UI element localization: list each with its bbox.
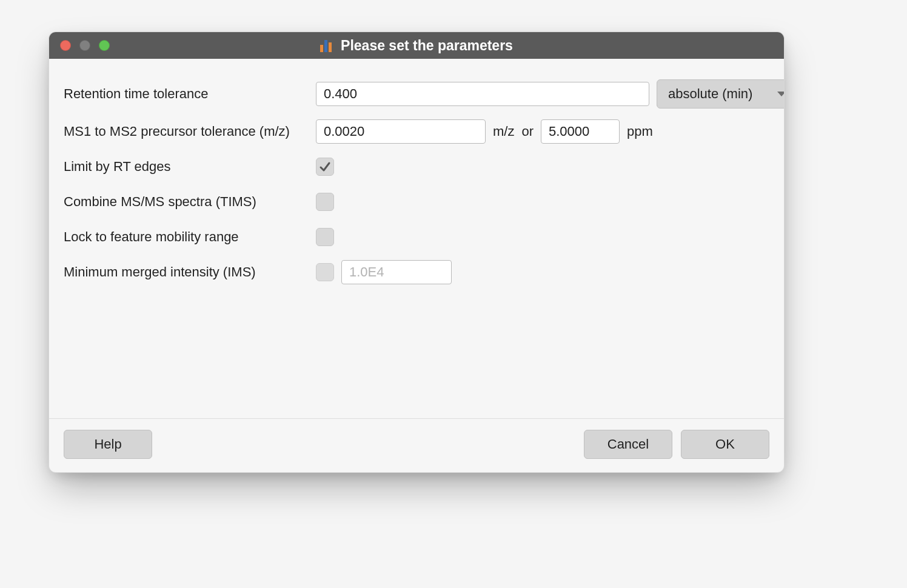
ok-button[interactable]: OK [681,430,769,459]
mz-unit-label: m/z [493,124,514,139]
cancel-button[interactable]: Cancel [584,430,672,459]
svg-rect-1 [324,40,327,52]
label-rt-tolerance: Retention time tolerance [64,86,306,102]
titlebar: Please set the parameters [49,32,784,59]
close-window-button[interactable] [60,40,71,51]
svg-rect-0 [320,45,323,52]
window-controls [60,40,110,51]
app-icon [320,39,335,52]
limit-rt-edges-checkbox[interactable] [316,158,334,176]
precursor-mz-input[interactable] [316,119,486,144]
zoom-window-button[interactable] [99,40,110,51]
rt-tolerance-unit-value: absolute (min) [668,86,752,102]
rt-tolerance-input[interactable] [316,82,649,106]
label-min-merged-intensity: Minimum merged intensity (IMS) [64,264,306,280]
combine-tims-checkbox[interactable] [316,193,334,211]
dialog-footer: Help Cancel OK [49,418,784,472]
parameters-dialog: Please set the parameters Retention time… [49,32,785,473]
help-button[interactable]: Help [64,430,152,459]
label-lock-mobility: Lock to feature mobility range [64,229,306,245]
ppm-unit-label: ppm [627,124,653,139]
label-limit-rt-edges: Limit by RT edges [64,159,306,175]
check-icon [319,161,331,173]
svg-rect-2 [329,42,332,52]
min-merged-intensity-checkbox[interactable] [316,263,334,281]
rt-tolerance-unit-select[interactable]: absolute (min) [657,79,785,109]
dialog-title: Please set the parameters [341,38,513,54]
min-merged-intensity-input [341,260,452,284]
lock-mobility-checkbox[interactable] [316,228,334,246]
minimize-window-button[interactable] [79,40,90,51]
chevron-down-icon [777,92,785,96]
label-combine-tims: Combine MS/MS spectra (TIMS) [64,194,306,210]
dialog-body: Retention time tolerance absolute (min) … [49,59,784,418]
or-label: or [521,124,534,139]
label-precursor-tolerance: MS1 to MS2 precursor tolerance (m/z) [64,124,306,139]
precursor-ppm-input[interactable] [541,119,620,144]
